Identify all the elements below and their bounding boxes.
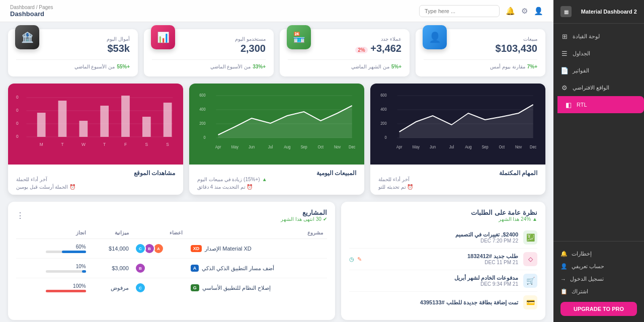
- progress-fill-2: [46, 290, 86, 292]
- svg-text:Dec: Dec: [530, 144, 536, 149]
- progress-fill-1: [82, 270, 86, 273]
- progress-bar-2: [46, 290, 86, 292]
- sidebar-item-label: تسجيل الدخول: [570, 276, 604, 282]
- chart-tasks: 600 400 200 0 Apr May Jun Jul Aug Sep Oc…: [370, 84, 545, 195]
- edit-icon[interactable]: ✎: [357, 256, 362, 263]
- table-row: Material XD الإصدار XD A B C: [16, 239, 327, 259]
- content-area: 👤 مبيعات $103,430 +7% مقارنة بيوم أمس 🏪 …: [0, 22, 553, 322]
- sidebar-item-rtl[interactable]: RTL ◧: [557, 96, 644, 113]
- svg-text:Nov: Nov: [334, 144, 341, 149]
- main-content: Dashboard / Pages Dashboard 🔔 ⚙ 👤 👤 مبيع…: [0, 0, 553, 322]
- svg-rect-47: [142, 117, 151, 137]
- chart-views: 60 40 20 0 M T W: [8, 84, 183, 195]
- svg-text:Nov: Nov: [515, 144, 522, 149]
- svg-text:Dec: Dec: [349, 144, 355, 149]
- sidebar-item-signup[interactable]: اشتراك 📋: [560, 285, 637, 298]
- project-badge-1: A: [191, 265, 199, 272]
- revenue-footer: +55% من الأسبوع الماضي: [16, 59, 130, 69]
- brand-icon: ▦: [560, 6, 572, 17]
- projects-table: مشروع اعضاء ميزانية انجاز Material XD ال…: [16, 227, 327, 297]
- col-project: مشروع: [187, 227, 327, 239]
- sidebar: ▦ Material Dashboard 2 لوحة القيادة ⊞ ال…: [553, 0, 644, 322]
- orders-title-wrap: نظرة عامة على الطلبات ▲ 24% هذا الشهر: [471, 209, 537, 222]
- header-left: Dashboard / Pages Dashboard: [10, 5, 53, 18]
- order-item-3: 💳 تمت إضافة بطاقة جديدة للطلب #4395133: [349, 292, 537, 313]
- vr-icon: ⚙: [560, 84, 569, 92]
- users-footer: +33% من الأسبوع الماضي: [152, 59, 266, 69]
- charts-row: 600 400 200 0 Apr May Jun Jul Aug Sep Oc…: [8, 84, 545, 195]
- view-icon[interactable]: ◷: [349, 256, 354, 263]
- chart-views-title: مشاهدات الموقع: [16, 170, 175, 177]
- svg-text:400: 400: [380, 107, 387, 112]
- settings-icon[interactable]: ⚙: [521, 7, 528, 16]
- order-item-0: 💹 $2400, تغييرات في التصميم DEC 7:20 PM …: [349, 227, 537, 249]
- sidebar-item-profile[interactable]: حساب تعريفي 👤: [560, 260, 637, 273]
- project-badge-0: XD: [191, 245, 202, 252]
- sales-change-label: مقارنة بيوم أمس: [490, 64, 525, 69]
- chart-views-footer: مشاهدات الموقع آخر أداء للحملة ⏰ الحملة …: [8, 165, 183, 195]
- svg-text:200: 200: [380, 121, 387, 126]
- order-icon-1: ◇: [523, 252, 537, 266]
- chart-sales-meta: ⏰ تم التحديث منذ 4 دقائق: [197, 184, 356, 190]
- orders-panel: نظرة عامة على الطلبات ▲ 24% هذا الشهر 💹 …: [341, 202, 545, 320]
- svg-text:Aug: Aug: [465, 144, 472, 149]
- sidebar-item-dashboard[interactable]: لوحة القيادة ⊞: [553, 28, 644, 45]
- stat-card-revenue: 🏦 أموال اليوم $53k +55% من الأسبوع الماض…: [8, 29, 138, 76]
- orders-header: نظرة عامة على الطلبات ▲ 24% هذا الشهر: [349, 209, 537, 222]
- chart-views-header: 60 40 20 0 M T W: [8, 84, 183, 165]
- projects-title-wrap: المشاريع ✔ 30 انتهى هذا الشهر: [281, 209, 327, 222]
- progress-bar-1: [46, 270, 86, 273]
- svg-text:Apr: Apr: [215, 144, 221, 149]
- sales-up-icon: ▲: [262, 177, 267, 182]
- svg-text:Jun: Jun: [249, 144, 255, 149]
- svg-text:Aug: Aug: [284, 144, 291, 149]
- revenue-icon: 🏦: [15, 25, 39, 49]
- sidebar-item-label: الواقع الافتراضي: [573, 85, 609, 91]
- avatar: C: [135, 282, 146, 293]
- chart-views-meta: ⏰ الحملة أرسلت قبل يومين: [16, 184, 175, 190]
- sidebar-item-vr[interactable]: الواقع الافتراضي ⚙: [553, 79, 644, 96]
- svg-text:0: 0: [203, 135, 206, 140]
- stat-card-users: 📊 مستخدمو اليوم 2,300 +33% من الأسبوع ال…: [144, 29, 274, 76]
- user-icon[interactable]: 👤: [534, 7, 543, 16]
- svg-text:T: T: [103, 142, 106, 147]
- svg-rect-46: [121, 96, 130, 137]
- upgrade-button[interactable]: UPGRADE TO PRO: [560, 302, 637, 316]
- profile-icon: 👤: [560, 263, 568, 270]
- sidebar-item-label: لوحة القيادة: [573, 33, 600, 40]
- sidebar-item-label: RTL: [577, 102, 587, 108]
- signin-icon: →: [560, 276, 566, 282]
- svg-rect-42: [37, 113, 46, 137]
- sidebar-nav: لوحة القيادة ⊞ الجداول ☰ الفواتير 📄 الوا…: [553, 24, 644, 241]
- sidebar-item-signin[interactable]: تسجيل الدخول →: [560, 273, 637, 285]
- projects-menu[interactable]: ⋮: [16, 211, 24, 220]
- svg-text:F: F: [124, 142, 127, 147]
- bell-icon[interactable]: 🔔: [506, 7, 515, 16]
- projects-panel: المشاريع ✔ 30 انتهى هذا الشهر ⋮ مشروع اع…: [8, 202, 335, 320]
- sidebar-item-notifications[interactable]: إخطارات 🔔: [560, 248, 637, 260]
- invoices-icon: 📄: [560, 66, 569, 74]
- order-info-2: مدفوعات الخادم لشهر أبريل DEC 9:34 PM 21: [349, 275, 523, 287]
- project-progress-1: 10%: [16, 259, 90, 278]
- svg-text:20: 20: [16, 121, 19, 126]
- notifications-icon: 🔔: [560, 251, 568, 257]
- table-row: إصلاح النظام للتطبيق الأساسي G C مرفوض: [16, 278, 327, 298]
- col-members: اعضاء: [133, 227, 187, 239]
- progress-bar-0: [46, 251, 86, 253]
- sidebar-item-tables[interactable]: الجداول ☰: [553, 45, 644, 62]
- project-budget-2: مرفوض: [90, 278, 133, 298]
- sales-footer: +7% مقارنة بيوم أمس: [424, 59, 537, 69]
- sidebar-item-invoices[interactable]: الفواتير 📄: [553, 62, 644, 79]
- progress-fill-0: [62, 251, 86, 253]
- svg-text:T: T: [61, 142, 64, 147]
- orders-subtitle: ▲ 24% هذا الشهر: [471, 216, 537, 222]
- brand-name: Material Dashboard 2: [581, 9, 637, 15]
- chart-sales: 600 400 200 0 Apr May Jun Jul Aug Sep Oc…: [189, 84, 364, 195]
- project-budget-1: $3,000: [90, 259, 133, 278]
- order-item-1: ◇ طلب جديد #1832412 DEC 11 PM 21 ✎ ◷: [349, 249, 537, 270]
- table-row: أضف مسار التطبيق الذكي الذكي A B $3,000: [16, 259, 327, 278]
- search-input[interactable]: [419, 5, 500, 17]
- order-date-2: DEC 9:34 PM 21: [354, 281, 518, 287]
- svg-text:Sep: Sep: [300, 144, 307, 149]
- sidebar-item-label: إخطارات: [572, 251, 592, 257]
